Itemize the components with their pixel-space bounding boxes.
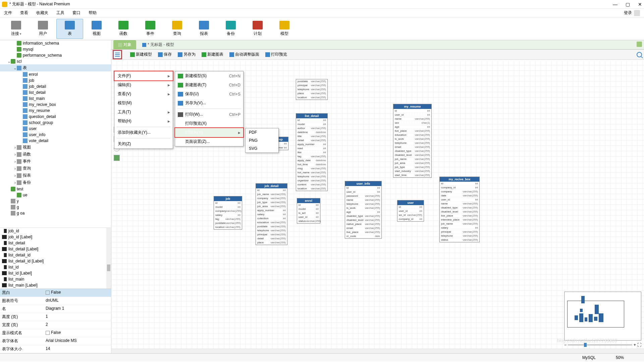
- tree-item[interactable]: enrol: [0, 71, 111, 77]
- image-tool-icon[interactable]: [114, 155, 120, 161]
- entity-enrol[interactable]: enrolidintmodelintis_actintuser_idintsta…: [297, 198, 320, 224]
- tree-item[interactable]: ›事件: [0, 158, 111, 165]
- tree-item[interactable]: ⌄scl: [0, 58, 111, 64]
- tree-item[interactable]: question_detail: [0, 114, 111, 120]
- object-item[interactable]: list_detail [Label]: [0, 246, 111, 252]
- modeltb-另存为[interactable]: 另存为: [176, 51, 197, 58]
- tree-item[interactable]: job_detail: [0, 83, 111, 89]
- context-menu-level2[interactable]: 新建模型(S)Ctrl+N新建图表(T)Ctrl+D保存(U)Ctrl+S另存为…: [175, 71, 244, 146]
- tree-item[interactable]: my_resume: [0, 108, 111, 114]
- tree-item[interactable]: school_group: [0, 120, 111, 126]
- login-link[interactable]: 登录: [624, 10, 632, 16]
- object-list[interactable]: job_idjob_id [Label]list_detaillist_deta…: [0, 228, 111, 289]
- avatar-icon[interactable]: [634, 10, 640, 16]
- object-item[interactable]: my_recive_box: [0, 288, 111, 289]
- menu-help[interactable]: 帮助: [89, 10, 97, 16]
- property-row[interactable]: 表字体大小14: [0, 345, 111, 353]
- property-row[interactable]: 表字体名Arial Unicode MS: [0, 337, 111, 345]
- h-scrollbar[interactable]: [111, 349, 644, 353]
- search-icon[interactable]: [637, 52, 642, 57]
- property-row[interactable]: 显示模式名False: [0, 329, 111, 337]
- toolbar-表[interactable]: 表: [56, 19, 83, 39]
- entity-user_info[interactable]: user_infoidintuser_idintpasswordvarchar(…: [345, 181, 382, 239]
- connection-tree[interactable]: information_schemamysqlperformance_schem…: [0, 40, 111, 228]
- scrollbar[interactable]: [106, 228, 111, 289]
- object-item[interactable]: list_main: [0, 276, 111, 282]
- tree-item[interactable]: ue: [0, 192, 111, 198]
- toolbar-模型[interactable]: 模型: [271, 19, 298, 39]
- toolbar-计划[interactable]: 计划: [244, 19, 271, 39]
- object-item[interactable]: list_detail_id: [0, 252, 111, 258]
- menu-item[interactable]: PNG: [246, 136, 278, 144]
- toolbar-用户[interactable]: 用户: [30, 19, 56, 39]
- tree-item[interactable]: job: [0, 77, 111, 83]
- menu-item[interactable]: 打印为(Y)▶: [175, 128, 243, 137]
- tree-item[interactable]: list_detail: [0, 89, 111, 96]
- object-item[interactable]: list_detail_id [Label]: [0, 258, 111, 264]
- tree-item[interactable]: user: [0, 126, 111, 132]
- entity-user[interactable]: useridintuser_idintwx_idvarchar(255)comp…: [397, 200, 424, 222]
- property-grid[interactable]: 黑白False图表符号dnUML名Diagram 1高度 (页)1宽度 (页)2…: [0, 289, 111, 353]
- entity-job[interactable]: jobidintmodelintcompanyvarchar(255)salar…: [214, 196, 242, 230]
- property-row[interactable]: 黑白False: [0, 289, 111, 297]
- entity-my_recive_box[interactable]: my_recive_boxidintcompany_idintcompanyva…: [439, 177, 480, 242]
- menu-tools[interactable]: 工具: [56, 10, 64, 16]
- tree-item[interactable]: user_info: [0, 132, 111, 138]
- object-item[interactable]: list_main [Label]: [0, 282, 111, 288]
- tree-item[interactable]: information_schema: [0, 40, 111, 46]
- property-row[interactable]: 名Diagram 1: [0, 305, 111, 313]
- menu-item[interactable]: 打印预览(X): [175, 119, 243, 128]
- menu-item[interactable]: 新建图表(T)Ctrl+D: [175, 80, 243, 89]
- toolbar-事件[interactable]: 事件: [137, 19, 164, 39]
- entity-my_resume[interactable]: my_resumeidintuser_idintnamevarchar(255)…: [393, 104, 432, 178]
- maximize-button[interactable]: ▢: [626, 2, 630, 7]
- menu-item[interactable]: 文件(F)▶: [114, 71, 173, 80]
- menu-item[interactable]: 帮助(H)▶: [114, 117, 173, 126]
- property-row[interactable]: 高度 (页)1: [0, 313, 111, 321]
- object-item[interactable]: list_id: [0, 264, 111, 270]
- tab-objects[interactable]: 对象: [113, 40, 136, 49]
- toolbar-查询[interactable]: 查询: [164, 19, 191, 39]
- menu-item[interactable]: SVG: [246, 144, 278, 153]
- menu-item[interactable]: 编辑(E)▶: [114, 80, 173, 89]
- toolbar-函数[interactable]: 函数: [110, 19, 137, 39]
- object-item[interactable]: job_id: [0, 228, 111, 234]
- menu-item[interactable]: 关闭(Z): [114, 139, 173, 148]
- menu-view[interactable]: 查看: [20, 10, 28, 16]
- tree-item[interactable]: ⌄表: [0, 64, 111, 71]
- menu-item[interactable]: 新建模型(S)Ctrl+N: [175, 71, 243, 80]
- zoom-out-icon[interactable]: −: [564, 343, 567, 347]
- tree-item[interactable]: performance_schema: [0, 52, 111, 58]
- entity-job_detail[interactable]: job_detailidintjob_namevarchar(255)compa…: [256, 183, 287, 245]
- object-item[interactable]: list_detail: [0, 240, 111, 246]
- tree-item[interactable]: ›报表: [0, 172, 111, 179]
- add-tab-icon[interactable]: [637, 42, 642, 47]
- property-row[interactable]: 宽度 (页)2: [0, 321, 111, 329]
- entity-list_detail[interactable]: list_detailidintmodelintauthorvarchar(25…: [296, 113, 328, 191]
- modeltb-新建模型[interactable]: 新建模型: [129, 51, 153, 58]
- tree-item[interactable]: mysql: [0, 46, 111, 52]
- property-row[interactable]: 图表符号dnUML: [0, 297, 111, 305]
- menu-window[interactable]: 窗口: [72, 10, 80, 16]
- menu-item[interactable]: 模型(M): [114, 99, 173, 108]
- context-menu-level3[interactable]: PDFPNGSVG: [245, 128, 279, 153]
- menu-item[interactable]: 打印(W)...Ctrl+P: [175, 110, 243, 119]
- tree-item[interactable]: vote_detail: [0, 138, 111, 144]
- menu-file[interactable]: 文件: [4, 10, 12, 16]
- tree-item[interactable]: ›备份: [0, 179, 111, 186]
- tree-item[interactable]: my_recive_box: [0, 102, 111, 108]
- menu-item[interactable]: 查看(V)▶: [114, 89, 173, 99]
- close-button[interactable]: ✕: [638, 2, 642, 7]
- tree-item[interactable]: g: [0, 204, 111, 210]
- toolbar-连接[interactable]: 连接▾: [3, 19, 30, 39]
- toolbar-视图[interactable]: 视图: [83, 19, 110, 39]
- menu-fav[interactable]: 收藏夹: [36, 10, 48, 16]
- object-item[interactable]: job_id [Label]: [0, 234, 111, 240]
- menu-item[interactable]: 添加到收藏夹(Y)...: [114, 128, 173, 137]
- tree-item[interactable]: ›查询: [0, 165, 111, 172]
- tree-item[interactable]: g oa: [0, 210, 111, 216]
- minimize-button[interactable]: —: [613, 2, 618, 7]
- tree-item[interactable]: list_main: [0, 96, 111, 102]
- modeltb-保存[interactable]: 保存: [157, 51, 173, 58]
- menu-item[interactable]: 页面设置(Z)...: [175, 137, 243, 146]
